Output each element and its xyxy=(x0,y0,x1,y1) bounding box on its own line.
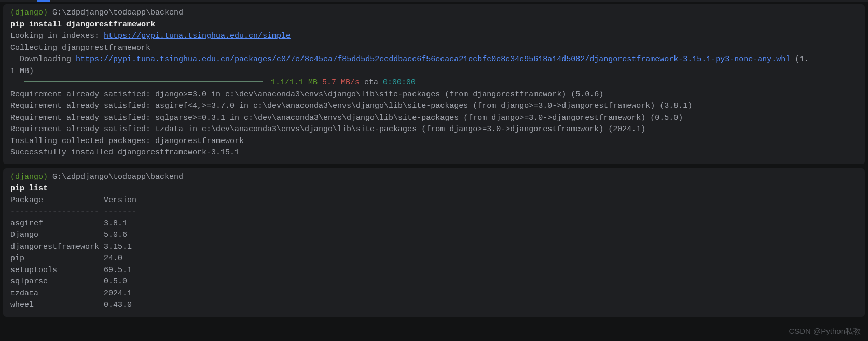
progress-bar xyxy=(24,81,263,82)
cwd-path: G:\zdpdjango\todoapp\backend xyxy=(48,173,183,181)
progress-done: 1.1/1.1 MB xyxy=(266,78,318,87)
prompt-line: (django) G:\zdpdjango\todoapp\backend xyxy=(10,7,858,19)
pip-list-header: Package Version xyxy=(10,195,858,207)
pip-list-row: wheel 0.43.0 xyxy=(10,300,858,311)
requirement-line: Requirement already satisfied: django>=3… xyxy=(10,89,858,101)
pip-list-row: tzdata 2024.1 xyxy=(10,288,858,300)
pip-list-row: asgiref 3.8.1 xyxy=(10,218,858,230)
requirement-line: Requirement already satisfied: sqlparse>… xyxy=(10,112,858,124)
progress-line: 1.1/1.1 MB 5.7 MB/s eta 0:00:00 xyxy=(10,77,858,89)
success-line: Successfully installed djangorestframewo… xyxy=(10,147,858,159)
requirement-line: Requirement already satisfied: asgiref<4… xyxy=(10,101,858,112)
looking-prefix: Looking in indexes: xyxy=(10,32,104,40)
downloading-line: Downloading https://pypi.tuna.tsinghua.e… xyxy=(10,54,809,77)
requirement-line: Requirement already satisfied: tzdata in… xyxy=(10,124,858,136)
index-url-link[interactable]: https://pypi.tuna.tsinghua.edu.cn/simple xyxy=(104,32,291,40)
env-label: (django) xyxy=(10,173,48,181)
cwd-path: G:\zdpdjango\todoapp\backend xyxy=(48,8,183,17)
command-list: pip list xyxy=(10,183,858,195)
env-label: (django) xyxy=(10,8,48,17)
pip-list-row: pip 24.0 xyxy=(10,253,858,265)
progress-eta: 0:00:00 xyxy=(383,78,416,87)
terminal-container: (django) G:\zdpdjango\todoapp\backend pi… xyxy=(0,0,868,341)
collecting-line: Collecting djangorestframework xyxy=(10,42,858,54)
progress-eta-label: eta xyxy=(360,78,383,87)
progress-speed: 5.7 MB/s xyxy=(318,78,360,87)
pip-list-row: setuptools 69.5.1 xyxy=(10,265,858,277)
download-url-link[interactable]: https://pypi.tuna.tsinghua.edu.cn/packag… xyxy=(76,55,790,64)
command-install: pip install djangorestframework xyxy=(10,19,858,31)
terminal-panel-list[interactable]: (django) G:\zdpdjango\todoapp\backend pi… xyxy=(3,168,865,317)
prompt-line: (django) G:\zdpdjango\todoapp\backend xyxy=(10,172,858,183)
downloading-prefix: Downloading xyxy=(10,55,76,64)
pip-list-row: Django 5.0.6 xyxy=(10,230,858,241)
pip-list-divider: ------------------- ------- xyxy=(10,206,858,218)
tab-indicator xyxy=(0,0,868,2)
pip-list-row: djangorestframework 3.15.1 xyxy=(10,241,858,253)
terminal-panel-install[interactable]: (django) G:\zdpdjango\todoapp\backend pi… xyxy=(3,4,865,164)
installing-line: Installing collected packages: djangores… xyxy=(10,136,858,148)
watermark: CSDN @Python私教 xyxy=(789,325,861,337)
looking-indexes: Looking in indexes: https://pypi.tuna.ts… xyxy=(10,31,858,42)
pip-list-row: sqlparse 0.5.0 xyxy=(10,276,858,288)
